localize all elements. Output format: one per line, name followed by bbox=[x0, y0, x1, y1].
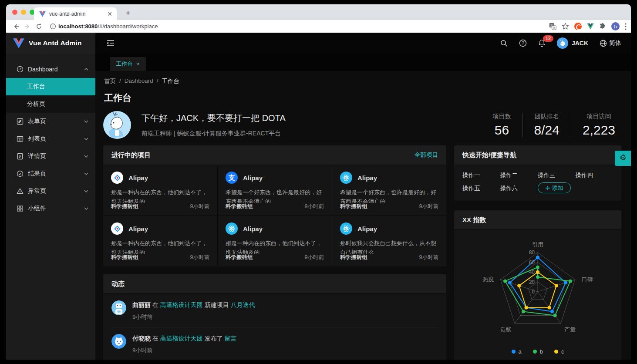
project-group[interactable]: 科学搬砖组 bbox=[226, 254, 253, 261]
notification-bell-icon[interactable]: 12 bbox=[538, 39, 546, 47]
stat-ranking: 团队排名 8/24 bbox=[522, 113, 571, 137]
toolbar-extensions: 文A h bbox=[549, 22, 627, 30]
add-button[interactable]: 添加 bbox=[538, 182, 571, 193]
project-group[interactable]: 科学搬砖组 bbox=[111, 203, 138, 210]
language-switch[interactable]: 简体 bbox=[600, 39, 621, 47]
project-card[interactable]: Alipay 那是一种内在的东西，他们到达不了，也无法触及的 科学搬砖组 9小时… bbox=[103, 216, 217, 266]
stat-projects: 项目数 56 bbox=[482, 113, 522, 137]
breadcrumb-home[interactable]: 首页 bbox=[104, 78, 116, 85]
settings-drawer-button[interactable] bbox=[615, 151, 631, 166]
sidebar-item-exceptions[interactable]: 异常页 bbox=[6, 182, 95, 200]
activity-user[interactable]: 付晓晓 bbox=[132, 335, 151, 342]
activity-time: 9小时前 bbox=[132, 347, 237, 354]
sidebar-item-label: 详情页 bbox=[28, 152, 46, 160]
browser-tabstrip: vue-antd-admin ✕ + bbox=[6, 4, 631, 20]
tab-close-icon[interactable]: × bbox=[137, 61, 140, 67]
antd-icon bbox=[111, 222, 123, 235]
browser-tab[interactable]: vue-antd-admin ✕ bbox=[34, 7, 117, 20]
url-host: localhost:8080 bbox=[58, 23, 98, 30]
project-time: 9小时前 bbox=[419, 254, 438, 261]
svg-text:口碑: 口碑 bbox=[582, 276, 593, 283]
project-card[interactable]: 支 Alipay 希望是一个好东西，也许是最好的，好东西是不会消亡的 科学搬砖组… bbox=[218, 165, 332, 216]
activity-group-link[interactable]: 高逼格设计天团 bbox=[160, 301, 203, 308]
activity-user[interactable]: 曲丽丽 bbox=[132, 301, 151, 308]
activity-time: 9小时前 bbox=[132, 313, 255, 321]
extension-icon-orange[interactable] bbox=[574, 23, 582, 30]
url-bar[interactable]: localhost:8080/#/dashboard/workplace bbox=[47, 21, 544, 32]
activity-group-link[interactable]: 高逼格设计天团 bbox=[160, 335, 203, 342]
sidebar-item-label: 列表页 bbox=[28, 135, 46, 143]
quick-link[interactable]: 操作三 bbox=[538, 169, 576, 182]
project-time: 9小时前 bbox=[190, 203, 209, 210]
sidebar-item-analysis[interactable]: 分析页 bbox=[6, 95, 95, 113]
browser-profile-avatar[interactable]: h bbox=[611, 22, 620, 30]
project-card[interactable]: Alipay 那是一种内在的东西，他们到达不了，也无法触及的 科学搬砖组 9小时… bbox=[103, 165, 217, 216]
sidebar-item-forms[interactable]: 表单页 bbox=[6, 113, 95, 130]
bookmark-star-icon[interactable] bbox=[562, 23, 569, 30]
search-icon[interactable] bbox=[500, 40, 508, 47]
sidebar-item-results[interactable]: 结果页 bbox=[6, 165, 95, 182]
minimize-window-button[interactable] bbox=[21, 10, 26, 15]
all-projects-link[interactable]: 全部项目 bbox=[415, 151, 438, 159]
project-group[interactable]: 科学搬砖组 bbox=[340, 254, 367, 261]
url-path: /#/dashboard/workplace bbox=[98, 23, 158, 30]
quick-link[interactable]: 操作四 bbox=[576, 169, 613, 182]
project-name[interactable]: Alipay bbox=[128, 174, 148, 182]
app-logo[interactable]: Vue Antd Admin bbox=[6, 33, 95, 54]
extensions-puzzle-icon[interactable] bbox=[599, 23, 606, 30]
close-window-button[interactable] bbox=[12, 10, 17, 15]
project-name[interactable]: Alipay bbox=[128, 225, 148, 233]
new-tab-button[interactable]: + bbox=[123, 8, 133, 18]
sidebar-item-lists[interactable]: 列表页 bbox=[6, 130, 95, 148]
vue-logo-icon bbox=[13, 38, 24, 48]
legend-item-c[interactable]: c bbox=[554, 348, 564, 355]
quick-link[interactable]: 操作六 bbox=[500, 182, 538, 195]
chevron-down-icon bbox=[84, 155, 88, 158]
project-group[interactable]: 科学搬砖组 bbox=[226, 203, 253, 210]
project-name[interactable]: Alipay bbox=[243, 174, 263, 182]
activity-target-link[interactable]: 留言 bbox=[225, 335, 237, 342]
tab-close-icon[interactable]: ✕ bbox=[107, 11, 112, 17]
quick-link[interactable]: 操作一 bbox=[462, 169, 500, 182]
help-icon[interactable]: ? bbox=[519, 39, 527, 47]
project-card[interactable]: Alipay 那时候我只会想自己想要什么，从不想自己拥有什么 科学搬砖组 9小时… bbox=[332, 216, 446, 266]
project-card[interactable]: Alipay 希望是一个好东西，也许是最好的，好东西是不会消亡的 科学搬砖组 9… bbox=[332, 165, 446, 216]
window-controls[interactable] bbox=[12, 10, 35, 15]
project-name[interactable]: Alipay bbox=[357, 174, 377, 182]
legend-item-b[interactable]: b bbox=[533, 348, 543, 355]
project-group[interactable]: 科学搬砖组 bbox=[111, 254, 138, 261]
chevron-down-icon bbox=[84, 172, 88, 175]
sidebar-item-dashboard[interactable]: Dashboard bbox=[6, 61, 95, 78]
radar-chart: 806040200引用口碑产量贡献热度 bbox=[454, 236, 621, 346]
translate-icon[interactable]: 文A bbox=[549, 23, 556, 30]
svg-text:A: A bbox=[553, 26, 555, 29]
quick-link[interactable]: 操作五 bbox=[462, 182, 500, 195]
vue-devtools-icon[interactable] bbox=[587, 23, 594, 30]
project-name[interactable]: Alipay bbox=[357, 225, 377, 233]
stat-value: 2,223 bbox=[583, 123, 615, 137]
project-name[interactable]: Alipay bbox=[243, 225, 263, 233]
user-menu[interactable]: JACK bbox=[557, 37, 588, 49]
table-icon bbox=[17, 135, 24, 142]
browser-menu-icon[interactable] bbox=[625, 23, 627, 30]
sidebar-item-workplace[interactable]: 工作台 bbox=[6, 78, 95, 95]
activity-connector: 在 bbox=[152, 301, 158, 308]
back-button[interactable] bbox=[10, 21, 22, 32]
forward-button[interactable] bbox=[22, 21, 33, 32]
sidebar-item-widgets[interactable]: 小组件 bbox=[6, 200, 95, 217]
legend-item-a[interactable]: a bbox=[512, 348, 522, 355]
site-info-icon[interactable] bbox=[47, 21, 58, 32]
reload-button[interactable] bbox=[33, 21, 44, 32]
project-desc: 希望是一个好东西，也许是最好的，好东西是不会消亡的 bbox=[226, 188, 324, 203]
menu-fold-icon[interactable] bbox=[107, 40, 115, 47]
quick-link[interactable]: 操作二 bbox=[500, 169, 538, 182]
project-group[interactable]: 科学搬砖组 bbox=[340, 203, 367, 210]
breadcrumb-section[interactable]: Dashboard bbox=[125, 78, 153, 85]
activity-target-link[interactable]: 八月迭代 bbox=[231, 301, 255, 308]
tab-workplace[interactable]: 工作台 × bbox=[110, 57, 146, 71]
add-button-label: 添加 bbox=[552, 184, 563, 192]
sidebar-item-details[interactable]: 详情页 bbox=[6, 148, 95, 165]
svg-text:贡献: 贡献 bbox=[500, 326, 511, 333]
react-icon bbox=[226, 222, 238, 235]
project-card[interactable]: Alipay 那是一种内在的东西，他们到达不了，也无法触及的 科学搬砖组 9小时… bbox=[218, 216, 332, 266]
